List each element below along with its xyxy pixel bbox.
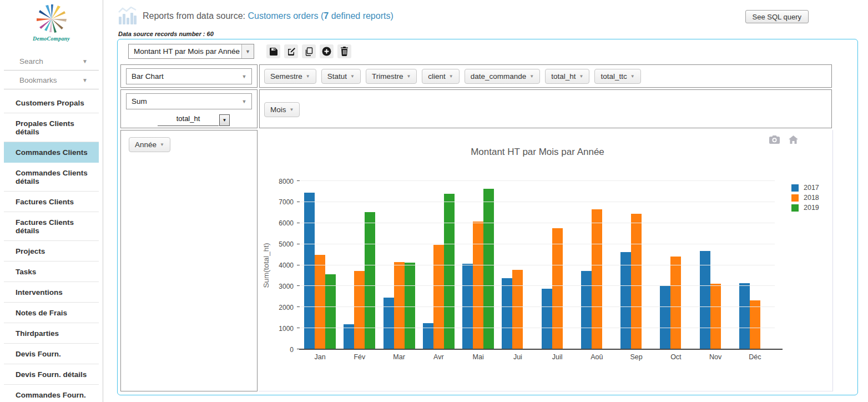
chevron-down-icon: ▼ [306,74,310,79]
sidebar-item[interactable]: Thirdparties [4,323,99,344]
legend-item[interactable]: 2019 [791,204,819,212]
sidebar-item[interactable]: Factures Clients [4,192,99,212]
report-select[interactable]: Montant HT par Mois par Année ▼ [128,44,254,59]
bar-slot [512,270,523,349]
bar-2019-Mar[interactable] [405,263,415,349]
report-builder-panel: Montant HT par Mois par Année ▼ [117,39,858,395]
sidebar-item[interactable]: Projects [4,241,99,262]
plus-circle-icon [322,47,331,56]
x-axis-field-pill[interactable]: Mois ▼ [264,102,300,117]
bar-2018-Jui[interactable] [512,270,523,349]
field-pill[interactable]: Statut▼ [321,69,361,84]
y-tick-label: 6000 [266,219,294,227]
bar-2018-Avr[interactable] [433,245,444,349]
chart-title: Montant HT par Mois par Année [300,147,775,158]
bar-2017-Nov[interactable] [700,251,710,349]
sidebar-item[interactable]: Factures Clients détails [4,212,99,241]
bar-2018-Fév[interactable] [354,271,365,349]
gridline [300,328,775,328]
bar-2018-Nov[interactable] [710,284,721,349]
bar-2018-Aoû[interactable] [592,209,602,349]
bar-2018-Jan[interactable] [315,255,325,349]
series-field-pill[interactable]: Année ▼ [129,137,170,152]
company-logo: DemoCompany [0,0,103,42]
bar-slot [365,212,375,349]
field-pill[interactable]: total_ttc▼ [594,69,640,84]
edit-button[interactable] [284,44,298,58]
x-tick-label: Jan [300,353,340,361]
x-tick-label: Sep [617,353,656,361]
delete-button[interactable] [337,44,351,58]
home-icon[interactable] [789,135,798,146]
sidebar-search-dropdown[interactable]: Search ▼ [4,52,99,71]
field-pill[interactable]: Trimestre▼ [366,69,417,84]
bar-2017-Oct[interactable] [660,286,670,349]
sidebar-item[interactable]: Interventions [4,282,99,303]
bar-2018-Oct[interactable] [670,257,681,349]
sidebar-item[interactable]: Commandes Fourn. [4,385,99,402]
save-button[interactable] [266,44,280,58]
y-tick-label: 1000 [266,325,294,333]
sidebar-item[interactable]: Commandes Clients [4,142,99,163]
bar-group [696,181,735,349]
aggregate-select[interactable]: Sum ▼ [126,93,252,109]
bar-2017-Sep[interactable] [620,252,631,349]
field-pill[interactable]: Semestre▼ [264,69,316,84]
chart-type-select[interactable]: Bar Chart ▼ [126,68,252,84]
x-tick-label: Nov [696,353,735,361]
y-tick-mark [297,223,300,223]
field-pill[interactable]: client▼ [422,69,459,84]
aggregate-box: Sum ▼ total_ht ▼ [120,89,258,128]
gridline [300,202,775,202]
data-source-link[interactable]: Customers orders (7 defined reports) [248,11,393,21]
copy-icon [305,47,314,56]
measure-select[interactable]: total_ht ▼ [158,114,230,126]
bar-2017-Jan[interactable] [304,193,315,349]
sidebar-item[interactable]: Propales Clients détails [4,113,99,142]
bar-2017-Mar[interactable] [383,298,394,349]
series-field-box: Année ▼ [120,130,258,391]
bar-2019-Mai[interactable] [483,189,494,349]
bar-2018-Juil[interactable] [552,228,563,349]
sidebar-item[interactable]: Tasks [4,262,99,282]
bar-slot [394,262,405,349]
bar-2017-Déc[interactable] [739,283,750,349]
bar-group [617,181,656,349]
x-tick-label: Aoû [577,353,617,361]
y-tick-mark [297,202,300,202]
trash-icon [340,47,349,56]
legend-item[interactable]: 2017 [791,184,819,192]
bar-2019-Fév[interactable] [365,212,375,349]
add-report-button[interactable] [320,44,334,58]
x-tick-label: Mai [458,353,498,361]
sidebar-item[interactable]: Commandes Clients détails [4,163,99,192]
bar-2017-Jui[interactable] [502,278,512,349]
bar-2017-Aoû[interactable] [581,271,592,349]
sidebar-item[interactable]: Notes de Frais [4,303,99,323]
bookmarks-label: Bookmarks [19,76,57,84]
bar-2018-Sep[interactable] [631,214,642,349]
bar-2019-Avr[interactable] [444,194,455,349]
bar-slot [670,257,681,349]
camera-icon[interactable] [769,135,780,146]
legend-item[interactable]: 2018 [791,194,819,202]
gridline [300,306,775,307]
duplicate-button[interactable] [302,44,316,58]
sidebar-item[interactable]: Devis Fourn. [4,344,99,364]
chart-legend: 201720182019 [791,184,819,214]
field-pill[interactable]: date_commande▼ [465,69,541,84]
bar-2018-Mar[interactable] [394,262,405,349]
field-pill[interactable]: total_ht▼ [545,69,589,84]
bar-2018-Déc[interactable] [750,300,760,349]
bar-slot [552,228,563,349]
see-sql-query-button[interactable]: See SQL query [745,10,809,23]
bar-slot [631,214,642,349]
bar-slot [483,189,494,349]
report-select-value: Montant HT par Mois par Année [129,47,241,56]
bar-2017-Juil[interactable] [542,289,552,349]
sidebar-item[interactable]: Devis Fourn. détails [4,364,99,385]
sidebar-bookmarks-dropdown[interactable]: Bookmarks ▼ [4,71,99,89]
bar-2017-Avr[interactable] [423,323,433,349]
sidebar-item[interactable]: Customers Propals [4,93,99,113]
y-tick-mark [297,328,300,328]
